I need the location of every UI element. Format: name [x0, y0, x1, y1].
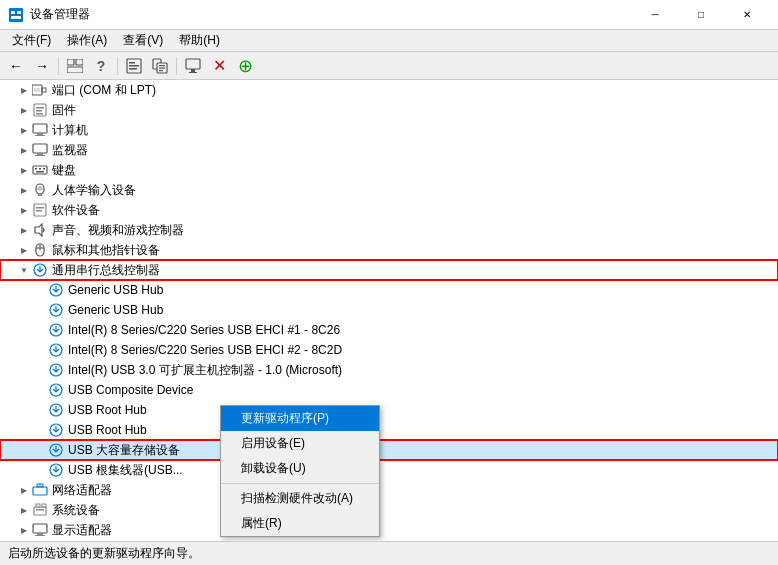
svg-rect-5	[76, 59, 83, 65]
properties-button[interactable]	[122, 55, 146, 77]
tree-item-usb-composite[interactable]: ▶ USB Composite Device	[0, 380, 778, 400]
menu-view[interactable]: 查看(V)	[115, 30, 171, 51]
tree-item-network[interactable]: ▶ 网络适配器	[0, 480, 778, 500]
context-menu: 更新驱动程序(P) 启用设备(E) 卸载设备(U) 扫描检测硬件改动(A) 属性…	[220, 405, 380, 537]
tree-item-usb-mass-storage[interactable]: ▶ USB 大容量存储设备	[0, 440, 778, 460]
svg-rect-31	[35, 155, 45, 156]
expand-arrow-hid[interactable]: ▶	[16, 180, 32, 200]
tree-item-hid[interactable]: ▶ 人体学输入设备	[0, 180, 778, 200]
add-button[interactable]: ⊕	[233, 55, 257, 77]
expand-arrow-mouse[interactable]: ▶	[16, 240, 32, 260]
tree-item-usb-root-hub-1[interactable]: ▶ USB Root Hub	[0, 400, 778, 420]
menu-file[interactable]: 文件(F)	[4, 30, 59, 51]
icon-generic-hub-2	[48, 302, 64, 318]
maximize-button[interactable]: □	[678, 0, 724, 30]
label-hid: 人体学输入设备	[52, 182, 136, 199]
expand-arrow-computer[interactable]: ▶	[16, 120, 32, 140]
ctx-scan[interactable]: 扫描检测硬件改动(A)	[221, 486, 379, 511]
device-tree-scroll[interactable]: ▶ 端口 (COM 和 LPT) ▶ 固件 ▶ 计算机	[0, 80, 778, 541]
svg-rect-30	[37, 153, 43, 155]
icon-monitor	[32, 142, 48, 158]
label-system: 系统设备	[52, 502, 100, 519]
expand-arrow-display[interactable]: ▶	[16, 520, 32, 540]
icon-usb-hub-device	[48, 462, 64, 478]
menu-help[interactable]: 帮助(H)	[171, 30, 228, 51]
expand-arrow-com-lpt[interactable]: ▶	[16, 80, 32, 100]
svg-rect-65	[33, 524, 47, 533]
expand-arrow-system[interactable]: ▶	[16, 500, 32, 520]
display-icon[interactable]	[181, 55, 205, 77]
svg-rect-10	[129, 68, 137, 70]
label-audio: 声音、视频和游戏控制器	[52, 222, 184, 239]
status-bar: 启动所选设备的更新驱动程序向导。	[0, 541, 778, 565]
expand-arrow-firmware[interactable]: ▶	[16, 100, 32, 120]
tree-item-intel-ehci-2[interactable]: ▶ Intel(R) 8 Series/C220 Series USB EHCI…	[0, 340, 778, 360]
ctx-properties[interactable]: 属性(R)	[221, 511, 379, 536]
icon-audio	[32, 222, 48, 238]
back-button[interactable]: ←	[4, 55, 28, 77]
expand-arrow-keyboard[interactable]: ▶	[16, 160, 32, 180]
close-button[interactable]: ✕	[724, 0, 770, 30]
label-display: 显示适配器	[52, 522, 112, 539]
menu-action[interactable]: 操作(A)	[59, 30, 115, 51]
tree-item-audio[interactable]: ▶ 声音、视频和游戏控制器	[0, 220, 778, 240]
svg-rect-39	[38, 194, 42, 196]
svg-rect-9	[129, 65, 139, 67]
svg-marker-43	[35, 224, 42, 236]
ctx-uninstall[interactable]: 卸载设备(U)	[221, 456, 379, 481]
tree-item-generic-hub-2[interactable]: ▶ Generic USB Hub	[0, 300, 778, 320]
svg-rect-28	[35, 135, 45, 136]
tree-item-mouse[interactable]: ▶ 鼠标和其他指针设备	[0, 240, 778, 260]
tree-item-keyboard[interactable]: ▶ 键盘	[0, 160, 778, 180]
expand-arrow-software[interactable]: ▶	[16, 200, 32, 220]
tree-item-usb-hub-device[interactable]: ▶ USB 根集线器(USB...	[0, 460, 778, 480]
icon-usb-root-hub-2	[48, 422, 64, 438]
expand-arrow-monitor[interactable]: ▶	[16, 140, 32, 160]
svg-rect-14	[159, 67, 165, 68]
label-computer: 计算机	[52, 122, 88, 139]
svg-rect-29	[33, 144, 47, 153]
minimize-button[interactable]: ─	[632, 0, 678, 30]
tree-item-generic-hub-1[interactable]: ▶ Generic USB Hub	[0, 280, 778, 300]
tree-item-com-lpt[interactable]: ▶ 端口 (COM 和 LPT)	[0, 80, 778, 100]
svg-rect-16	[186, 59, 200, 69]
show-hide-button[interactable]	[63, 55, 87, 77]
tree-item-system[interactable]: ▶ 系统设备	[0, 500, 778, 520]
ctx-disable[interactable]: 启用设备(E)	[221, 431, 379, 456]
label-intel-xhci: Intel(R) USB 3.0 可扩展主机控制器 - 1.0 (Microso…	[68, 362, 342, 379]
help-button[interactable]: ?	[89, 55, 113, 77]
tree-item-monitor[interactable]: ▶ 监视器	[0, 140, 778, 160]
tree-item-intel-ehci-1[interactable]: ▶ Intel(R) 8 Series/C220 Series USB EHCI…	[0, 320, 778, 340]
scan-button[interactable]	[148, 55, 172, 77]
svg-rect-26	[33, 124, 47, 133]
remove-button[interactable]: ✕	[207, 55, 231, 77]
icon-mouse	[32, 242, 48, 258]
icon-computer	[32, 122, 48, 138]
expand-arrow-audio[interactable]: ▶	[16, 220, 32, 240]
expand-arrow-usb-root[interactable]: ▼	[16, 260, 32, 280]
tree-item-software[interactable]: ▶ 软件设备	[0, 200, 778, 220]
icon-intel-xhci	[48, 362, 64, 378]
tree-item-usb-root-hub-2[interactable]: ▶ USB Root Hub	[0, 420, 778, 440]
icon-network	[32, 482, 48, 498]
tree-item-usb-root[interactable]: ▼ 通用串行总线控制器	[0, 260, 778, 280]
svg-rect-24	[36, 110, 42, 112]
label-usb-root: 通用串行总线控制器	[52, 262, 160, 279]
svg-rect-8	[129, 62, 135, 64]
tree-item-computer[interactable]: ▶ 计算机	[0, 120, 778, 140]
svg-rect-62	[36, 504, 40, 507]
ctx-update-driver[interactable]: 更新驱动程序(P)	[221, 406, 379, 431]
status-text: 启动所选设备的更新驱动程序向导。	[8, 545, 200, 562]
menu-bar: 文件(F) 操作(A) 查看(V) 帮助(H)	[0, 30, 778, 52]
tree-item-intel-xhci[interactable]: ▶ Intel(R) USB 3.0 可扩展主机控制器 - 1.0 (Micro…	[0, 360, 778, 380]
tree-item-firmware[interactable]: ▶ 固件	[0, 100, 778, 120]
label-software: 软件设备	[52, 202, 100, 219]
svg-rect-32	[33, 166, 47, 174]
icon-usb-mass-storage	[48, 442, 64, 458]
svg-rect-36	[36, 171, 44, 173]
expand-arrow-network[interactable]: ▶	[16, 480, 32, 500]
label-monitor: 监视器	[52, 142, 88, 159]
tree-item-display[interactable]: ▶ 显示适配器	[0, 520, 778, 540]
svg-rect-27	[37, 133, 43, 135]
forward-button[interactable]: →	[30, 55, 54, 77]
